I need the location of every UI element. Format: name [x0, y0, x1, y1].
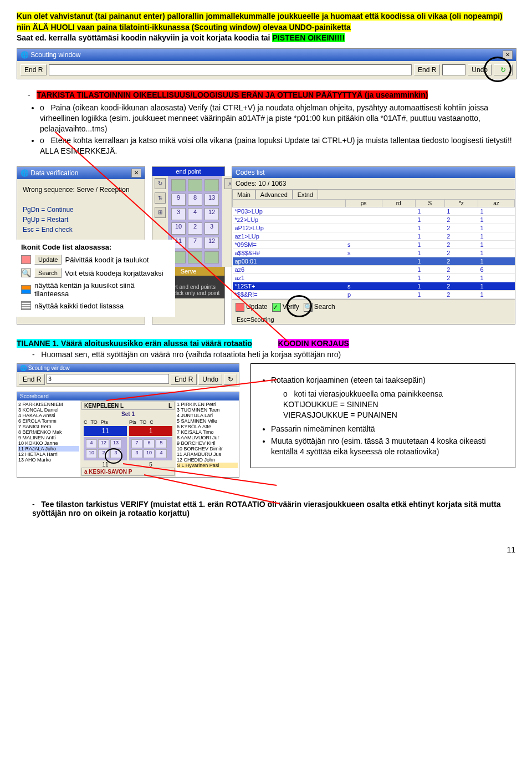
- add-icon[interactable]: ⊞: [155, 207, 166, 218]
- code-row[interactable]: *P03>LUp111: [233, 207, 515, 216]
- code-row[interactable]: az6126: [233, 266, 515, 274]
- scouting-window: 🌐 Scouting window ✕ End R End R Undo ↻: [17, 48, 516, 79]
- end-r-button-right[interactable]: End R: [414, 64, 440, 75]
- end-r-button-left[interactable]: End R: [21, 64, 47, 75]
- panels-row: 🌐 Data verification✕ Wrong sequence: Ser…: [17, 166, 515, 324]
- roster-away[interactable]: 1 PIRKINEN Petri3 TUOMINEN Teen4 JUNTULA…: [176, 400, 239, 477]
- code-row[interactable]: *09SM=s121: [233, 241, 515, 249]
- code-row[interactable]: *z2>LUp121: [233, 216, 515, 224]
- rotation-correction-box: Rotaation korjaaminen (eteen tai taaksep…: [250, 363, 515, 468]
- dv-hint: PgDn = Continue: [23, 205, 139, 215]
- roster-home[interactable]: 2 PARKKISENNIEM3 KONCAL Daniel4 HAKALA A…: [17, 400, 80, 477]
- dv-wrong-seq: Wrong sequence: Serve / Reception: [23, 185, 139, 195]
- update-icon: [21, 255, 31, 264]
- code-row[interactable]: a$$$&H#s121: [233, 249, 515, 257]
- page-number: 11: [17, 545, 515, 554]
- court-icon: [21, 285, 31, 294]
- list-icon: [21, 301, 31, 310]
- tilanne-heading: TILANNE 1. Väärä aloituskuusikko erän al…: [17, 339, 515, 348]
- codes-tabs[interactable]: MainAdvancedExtnd: [232, 190, 515, 199]
- refresh-icon[interactable]: ↻: [224, 374, 237, 385]
- codes-list-panel: Codes list Codes: 10 / 1063 MainAdvanced…: [232, 166, 515, 324]
- verify-heading: TARKISTA TILASTOINNIN OIKEELLISUUS/LOOGI…: [37, 90, 428, 99]
- sb-input[interactable]: [47, 374, 169, 384]
- scouting-titlebar: 🌐 Scouting window ✕: [17, 49, 516, 61]
- swap-icon[interactable]: ⇅: [155, 192, 166, 204]
- code-row[interactable]: *$$&R!=p121: [233, 291, 515, 299]
- dv-hint: Esc = End check: [23, 225, 139, 235]
- verify-section: - TARKISTA TILASTOINNIN OIKEELLISUUS/LOO…: [17, 90, 515, 156]
- rotate-icon[interactable]: ↻: [155, 178, 166, 189]
- code-row[interactable]: ap00:01121: [233, 257, 515, 266]
- scout-input-left[interactable]: [49, 64, 412, 75]
- esc-hint: Esc=Scouting: [232, 315, 515, 324]
- end-r-button[interactable]: End R: [19, 374, 45, 385]
- scout-input-right[interactable]: [442, 64, 466, 75]
- court-grid: 9813 3412 1023 11712: [168, 176, 222, 267]
- dv-hint: PgUp = Restart: [23, 215, 139, 225]
- search-icon: 🔍: [21, 268, 31, 277]
- verify-step-1: o Paina (oikean koodi-ikkunan alaosasta)…: [40, 103, 515, 134]
- icon-notes: Ikonit Code list alaosassa: Update Päivi…: [17, 240, 175, 317]
- endpoint-bar: end point: [152, 167, 224, 176]
- code-row[interactable]: az1>LUp121: [233, 232, 515, 241]
- verify-step-2: o Etene kohta kerrallaan ja katso mikä v…: [40, 135, 515, 156]
- tilanne-bullet: - Huomaat sen, että syöttäjän on väärä n…: [17, 350, 515, 359]
- codes-table: psrdS*zaz *P03>LUp111*z2>LUp121aP12>LUp1…: [232, 199, 515, 299]
- codes-count: Codes: 10 / 1063: [232, 178, 515, 190]
- close-icon[interactable]: ✕: [131, 169, 141, 178]
- final-note: - Tee tilaston tarkistus VERIFY (muistat…: [17, 500, 515, 518]
- codes-footer: Update ✓Verify 🔍Search: [232, 299, 515, 315]
- update-button[interactable]: Update: [236, 303, 268, 312]
- code-row[interactable]: aP12>LUp121: [233, 224, 515, 232]
- intro-paragraph: Kun olet vahvistanut (tai painanut enter…: [17, 11, 515, 44]
- code-row[interactable]: az1121: [233, 274, 515, 282]
- code-row[interactable]: *12ST+s121: [233, 282, 515, 291]
